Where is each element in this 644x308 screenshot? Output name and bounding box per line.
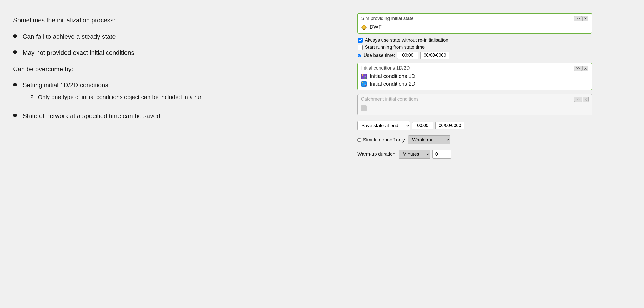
initial-bullets: Can fail to achieve a steady state May n… xyxy=(13,32,342,57)
base-time-input[interactable] xyxy=(397,52,418,59)
bullet-text: May not provided exact initial condition… xyxy=(23,48,134,57)
bullet-text: State of network at a specified time can… xyxy=(23,111,160,120)
use-base-time-checkbox[interactable] xyxy=(358,54,361,57)
save-state-time-input[interactable] xyxy=(412,122,433,129)
sim-box-forward-btn[interactable]: >> xyxy=(574,16,582,21)
bullet-text: Setting initial 1D/2D conditions xyxy=(23,81,108,89)
ic-box-header: Initial conditions 1D/2D >> X xyxy=(361,65,588,71)
start-running-label: Start running from state time xyxy=(365,45,425,50)
ic-box-forward-btn[interactable]: >> xyxy=(574,66,582,71)
sub-list-item: Only one type of initial conditions obje… xyxy=(23,93,203,101)
bullet-dot xyxy=(13,114,17,117)
svg-point-4 xyxy=(362,74,363,76)
save-state-row: Save state at end Do not save state Save… xyxy=(357,121,592,130)
start-running-checkbox[interactable] xyxy=(358,45,363,50)
catchment-box-content xyxy=(361,104,589,113)
list-item: State of network at a specified time can… xyxy=(13,111,342,120)
sim-box-content: DWF xyxy=(361,23,588,31)
catchment-box-buttons: >> X xyxy=(574,97,589,102)
warmup-value-input[interactable] xyxy=(432,150,451,159)
sim-box-title: Sim providing initial state xyxy=(361,16,413,21)
ic-box-buttons: >> X xyxy=(574,66,588,71)
sub-bullet-list: Only one type of initial conditions obje… xyxy=(23,93,203,101)
catchment-box-header: Catchment initial conditions >> X xyxy=(361,96,589,102)
bullet-dot xyxy=(13,34,17,38)
svg-point-5 xyxy=(365,77,366,79)
simulate-runoff-label: Simulate runoff only: xyxy=(363,137,406,143)
bullet-text: Can fail to achieve a steady state xyxy=(23,32,116,41)
simulate-runoff-row: Simulate runoff only: Whole run First ha… xyxy=(357,135,592,144)
svg-point-9 xyxy=(365,85,366,86)
main-container: Sometimes the initialization process: Ca… xyxy=(13,11,592,160)
warmup-row: Warm-up duration: Minutes Hours Days xyxy=(357,150,592,159)
ic-2d-row: 2D Initial conditions 2D xyxy=(361,80,588,88)
base-date-input[interactable] xyxy=(420,52,449,59)
ic-1d-label: Initial conditions 1D xyxy=(370,73,415,79)
ic-1d-icon: 1D xyxy=(361,74,367,79)
sim-box-header: Sim providing initial state >> X xyxy=(361,16,588,21)
warmup-label: Warm-up duration: xyxy=(357,151,396,157)
start-running-row: Start running from state time xyxy=(358,45,592,50)
intro-text: Sometimes the initialization process: xyxy=(13,16,342,25)
svg-point-8 xyxy=(362,82,363,83)
checkboxes-area: Always use state without re-initialisati… xyxy=(357,37,592,60)
always-use-row: Always use state without re-initialisati… xyxy=(358,37,592,43)
initial-conditions-box: Initial conditions 1D/2D >> X 1D Initial… xyxy=(357,63,592,90)
list-item: May not provided exact initial condition… xyxy=(13,48,342,57)
simulate-runoff-checkbox[interactable] xyxy=(357,138,361,142)
use-base-time-label: Use base time: xyxy=(363,53,395,58)
save-state-date-input[interactable] xyxy=(435,122,464,129)
ic-box-close-btn[interactable]: X xyxy=(582,66,588,71)
left-panel: Sometimes the initialization process: Ca… xyxy=(13,11,342,160)
catchment-box-close-btn[interactable]: X xyxy=(583,97,589,102)
ic-2d-icon: 2D xyxy=(361,81,367,87)
right-panel: Sim providing initial state >> X DWF Alw… xyxy=(357,11,592,160)
sim-box-close-btn[interactable]: X xyxy=(582,16,588,21)
list-item: Can fail to achieve a steady state xyxy=(13,32,342,41)
catchment-placeholder-icon xyxy=(361,105,367,111)
overcome-text: Can be overcome by: xyxy=(13,65,342,74)
ic-2d-label: Initial conditions 2D xyxy=(370,81,415,87)
catchment-box: Catchment initial conditions >> X xyxy=(357,94,592,115)
use-base-time-row: Use base time: xyxy=(358,52,592,59)
list-item: Setting initial 1D/2D conditions Only on… xyxy=(13,81,342,104)
sim-box-item: DWF xyxy=(370,24,382,30)
always-use-checkbox[interactable] xyxy=(358,38,363,43)
catchment-box-forward-btn[interactable]: >> xyxy=(574,97,582,102)
sim-providing-box: Sim providing initial state >> X DWF xyxy=(357,13,592,34)
sub-bullet-dot xyxy=(31,95,33,98)
sub-bullet-text: Only one type of initial conditions obje… xyxy=(38,93,203,101)
ic-1d-row: 1D Initial conditions 1D xyxy=(361,72,588,80)
always-use-label: Always use state without re-initialisati… xyxy=(365,37,448,43)
ic-box-title: Initial conditions 1D/2D xyxy=(361,65,410,71)
warmup-duration-select[interactable]: Minutes Hours Days xyxy=(399,150,430,159)
overcome-bullets: Setting initial 1D/2D conditions Only on… xyxy=(13,81,342,120)
sim-box-buttons: >> X xyxy=(574,16,588,21)
catchment-box-title: Catchment initial conditions xyxy=(361,96,418,102)
save-state-select[interactable]: Save state at end Do not save state Save… xyxy=(357,121,410,130)
whole-run-select[interactable]: Whole run First half Second half xyxy=(408,135,450,144)
bullet-dot xyxy=(13,50,17,54)
dwf-icon xyxy=(361,24,367,30)
bullet-dot xyxy=(13,83,17,86)
